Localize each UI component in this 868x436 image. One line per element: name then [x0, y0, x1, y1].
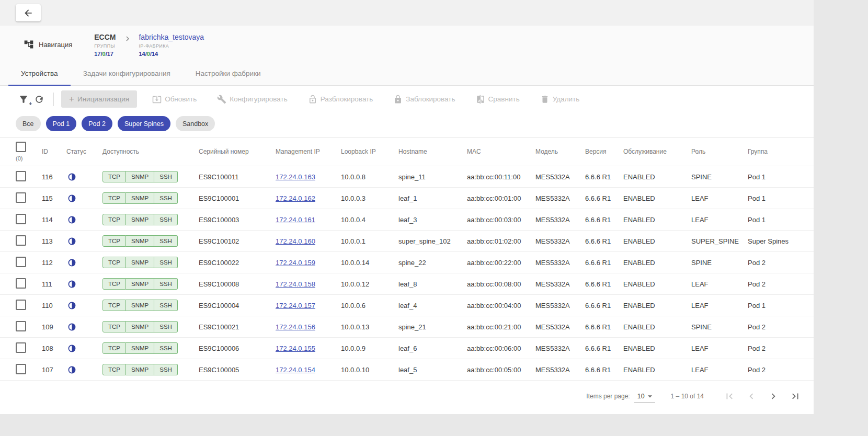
tab-0[interactable]: Устройства	[8, 62, 71, 85]
row-checkbox[interactable]	[16, 321, 26, 331]
hostname: leaf_8	[394, 273, 463, 295]
tab-2[interactable]: Настройки фабрики	[183, 62, 273, 85]
protocol-badge: SNMP	[126, 321, 154, 333]
device-id: 112	[38, 252, 62, 273]
protocol-badge: SSH	[154, 235, 178, 247]
toolbar-button-compare[interactable]: Сравнить	[473, 94, 523, 105]
filter-chip-0[interactable]: Все	[16, 116, 41, 131]
status-contrast-icon	[67, 237, 76, 246]
status-icon[interactable]	[66, 215, 94, 224]
availability-badges: TCPSNMPSSH	[102, 364, 178, 376]
fabric-counts: 14/0/14	[139, 51, 204, 57]
row-checkbox[interactable]	[16, 364, 26, 374]
device-row: 109TCPSNMPSSHES9C100021172.24.0.15610.0.…	[0, 316, 814, 338]
toolbar-button-configure[interactable]: Конфигурировать	[214, 94, 291, 105]
chevron-right-icon	[768, 391, 779, 402]
row-checkbox[interactable]	[16, 342, 26, 353]
row-checkbox[interactable]	[16, 235, 26, 246]
row-checkbox[interactable]	[16, 171, 26, 181]
filter-button[interactable]: +	[16, 91, 31, 107]
first-page-button[interactable]	[722, 389, 737, 404]
toolbar-button-unlock[interactable]: Разблокировать	[305, 94, 376, 105]
serial-number: ES9C100011	[195, 166, 271, 188]
status-icon[interactable]	[66, 258, 94, 267]
protocol-badge: TCP	[102, 235, 126, 247]
column-header-10: Обслуживание	[619, 137, 687, 166]
status-icon[interactable]	[66, 237, 94, 246]
status-icon[interactable]	[66, 280, 94, 289]
toolbar: + +ИнициализацияОбновитьКонфигурироватьР…	[0, 86, 814, 111]
filter-chip-2[interactable]: Pod 2	[82, 116, 112, 131]
management-ip-link[interactable]: 172.24.0.156	[276, 323, 315, 331]
management-ip-link[interactable]: 172.24.0.155	[276, 345, 315, 352]
filter-chip-1[interactable]: Pod 1	[46, 116, 77, 131]
management-ip-link[interactable]: 172.24.0.154	[276, 366, 315, 374]
toolbar-button-initialize[interactable]: +Инициализация	[61, 90, 137, 108]
serial-number: ES9C100006	[195, 338, 271, 359]
breadcrumb-current-fabric[interactable]: fabrichka_testovaya IP-ФАБРИКА 14/0/14	[139, 33, 204, 57]
group: Pod 2	[744, 273, 814, 295]
serial-number: ES9C100102	[195, 231, 271, 252]
management-ip-link[interactable]: 172.24.0.158	[276, 280, 315, 288]
next-page-button[interactable]	[766, 389, 781, 404]
status-icon[interactable]	[66, 173, 94, 181]
previous-page-button[interactable]	[744, 389, 759, 404]
status-contrast-icon	[67, 301, 76, 310]
filter-chip-3[interactable]: Super Spines	[118, 116, 170, 131]
root-group-counts: 17/0/17	[94, 51, 116, 57]
row-checkbox[interactable]	[16, 300, 26, 310]
maintenance-status: ENABLED	[619, 209, 687, 231]
loopback-ip: 10.0.0.6	[337, 295, 394, 316]
status-icon[interactable]	[66, 365, 94, 374]
management-ip-link[interactable]: 172.24.0.161	[276, 216, 315, 224]
status-icon[interactable]	[66, 323, 94, 331]
device-id: 116	[38, 166, 62, 188]
protocol-badge: SSH	[154, 342, 178, 354]
header: Навигация ECCM ГРУППЫ 17/0/17 fabrichka_…	[0, 26, 814, 62]
firmware-version: 6.6.6 R1	[581, 338, 619, 359]
management-ip-link[interactable]: 172.24.0.160	[276, 237, 315, 245]
mac-address: aa:bb:cc:00:08:00	[463, 273, 531, 295]
firmware-version: 6.6.6 R1	[581, 359, 619, 381]
model: MES5332A	[531, 338, 581, 359]
select-all-checkbox[interactable]	[16, 142, 26, 152]
toolbar-button-update[interactable]: Обновить	[149, 94, 200, 105]
refresh-icon	[34, 94, 44, 105]
first-page-icon	[724, 391, 735, 402]
protocol-badge: TCP	[102, 257, 126, 269]
status-icon[interactable]	[66, 344, 94, 353]
status-icon[interactable]	[66, 301, 94, 310]
breadcrumb-root-group[interactable]: ECCM ГРУППЫ 17/0/17	[94, 33, 116, 57]
row-checkbox[interactable]	[16, 278, 26, 289]
compare-icon	[476, 95, 485, 104]
device-row: 108TCPSNMPSSHES9C100006172.24.0.15510.0.…	[0, 338, 814, 359]
management-ip-link[interactable]: 172.24.0.159	[276, 259, 315, 267]
status-icon[interactable]	[66, 194, 94, 203]
device-id: 109	[38, 316, 62, 338]
toolbar-button-delete[interactable]: Удалить	[537, 94, 583, 105]
management-ip-link[interactable]: 172.24.0.157	[276, 302, 315, 309]
navigation-label: Навигация	[24, 39, 72, 50]
last-page-button[interactable]	[788, 389, 803, 404]
mac-address: aa:bb:cc:00:01:00	[463, 188, 531, 209]
management-ip-link[interactable]: 172.24.0.163	[276, 173, 315, 181]
refresh-button[interactable]	[31, 91, 47, 107]
availability-badges: TCPSNMPSSH	[102, 300, 178, 312]
root-group-title[interactable]: ECCM	[94, 33, 116, 41]
maintenance-status: ENABLED	[619, 166, 687, 188]
filter-chip-4[interactable]: Sandbox	[176, 116, 215, 131]
row-checkbox[interactable]	[16, 257, 26, 267]
group: Pod 2	[744, 252, 814, 273]
tab-1[interactable]: Задачи конфигурирования	[71, 62, 183, 85]
toolbar-button-lock[interactable]: Заблокировать	[390, 94, 458, 105]
items-per-page-select[interactable]: 10	[634, 390, 655, 403]
toolbar-button-label: Удалить	[553, 95, 580, 103]
back-button[interactable]	[16, 4, 41, 21]
management-ip-link[interactable]: 172.24.0.162	[276, 194, 315, 202]
group: Pod 1	[744, 188, 814, 209]
row-checkbox[interactable]	[16, 214, 26, 224]
delete-icon	[540, 95, 550, 104]
breadcrumb: ECCM ГРУППЫ 17/0/17 fabrichka_testovaya …	[94, 33, 204, 57]
fabric-title[interactable]: fabrichka_testovaya	[139, 33, 204, 41]
row-checkbox[interactable]	[16, 192, 26, 203]
